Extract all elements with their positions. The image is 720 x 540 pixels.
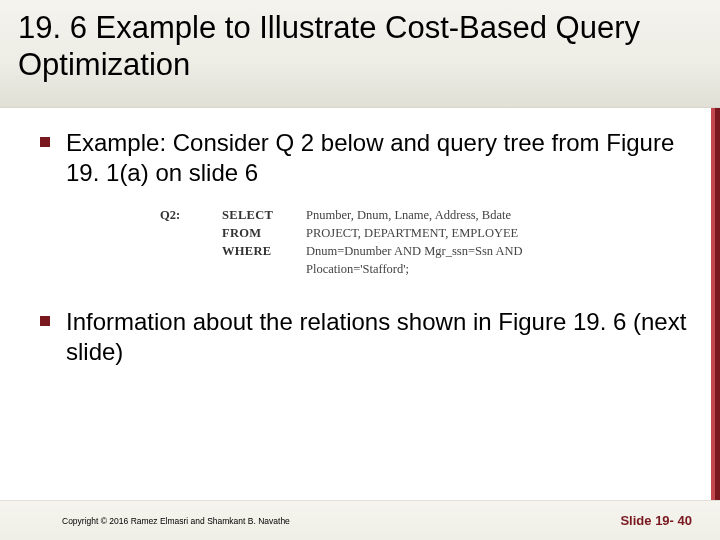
square-bullet-icon [40, 137, 50, 147]
footer: Copyright © 2016 Ramez Elmasri and Shamk… [0, 500, 720, 540]
sql-select-columns: Pnumber, Dnum, Lname, Address, Bdate [306, 208, 697, 223]
body-area: Example: Consider Q 2 below and query tr… [0, 108, 711, 500]
bullet-text: Example: Consider Q 2 below and query tr… [66, 128, 697, 188]
copyright-text: Copyright © 2016 Ramez Elmasri and Shamk… [62, 516, 290, 526]
sql-select-keyword: SELECT [222, 208, 294, 223]
sql-query-label: Q2: [160, 208, 210, 223]
sql-from-keyword: FROM [222, 226, 294, 241]
page-title: 19. 6 Example to Illustrate Cost-Based Q… [18, 10, 702, 83]
sql-where-clause-2: Plocation='Stafford'; [306, 262, 697, 277]
square-bullet-icon [40, 316, 50, 326]
bullet-text: Information about the relations shown in… [66, 307, 697, 367]
sql-from-tables: PROJECT, DEPARTMENT, EMPLOYEE [306, 226, 697, 241]
title-band: 19. 6 Example to Illustrate Cost-Based Q… [0, 0, 720, 108]
bullet-item: Information about the relations shown in… [40, 307, 697, 367]
sql-block: Q2: SELECT Pnumber, Dnum, Lname, Address… [160, 208, 697, 277]
slide: 19. 6 Example to Illustrate Cost-Based Q… [0, 0, 720, 540]
accent-bar-outer [715, 108, 720, 500]
sql-where-keyword: WHERE [222, 244, 294, 259]
bullet-item: Example: Consider Q 2 below and query tr… [40, 128, 697, 188]
accent-bar [711, 108, 720, 500]
slide-number: Slide 19- 40 [620, 513, 692, 528]
sql-where-clause-1: Dnum=Dnumber AND Mgr_ssn=Ssn AND [306, 244, 697, 259]
